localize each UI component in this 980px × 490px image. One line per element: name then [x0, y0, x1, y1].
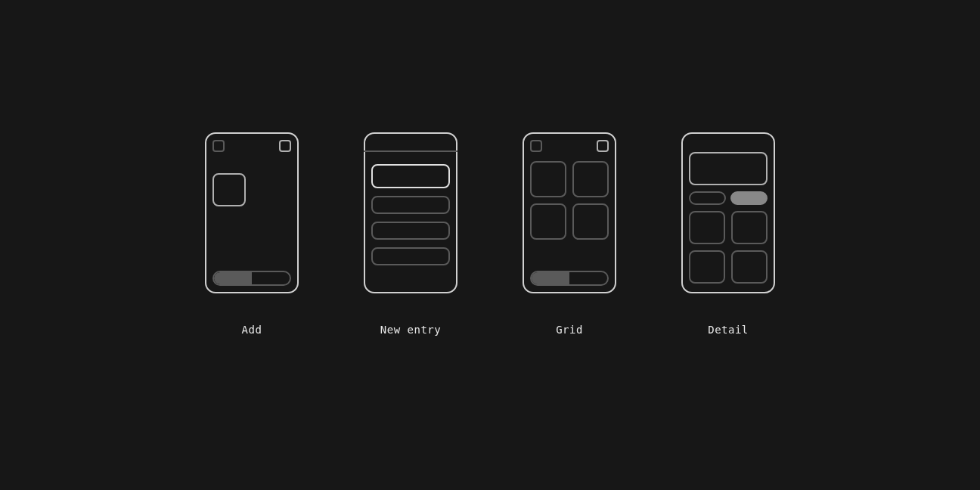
pill-tab [689, 191, 726, 205]
grid-cell [530, 161, 566, 197]
entry-row-active [371, 164, 450, 188]
action-icon [597, 140, 609, 152]
status-indicator-icon [530, 140, 542, 152]
status-indicator-icon [212, 140, 225, 152]
wireframe-item-newentry: New entry [364, 132, 457, 336]
grid-cell [530, 203, 566, 240]
segmented-tab-active [532, 272, 569, 284]
hero-block [689, 152, 768, 185]
wireframe-label: Add [242, 324, 262, 336]
add-content-block [212, 173, 246, 206]
sheet-handle-icon [364, 150, 457, 152]
grid-cell [572, 203, 609, 240]
grid-cell [731, 211, 768, 244]
phone-frame-add [205, 132, 299, 293]
pill-tabs [689, 191, 768, 205]
phone-frame-detail [681, 132, 775, 293]
wireframe-label: Grid [556, 324, 583, 336]
grid-cell [689, 211, 725, 244]
phone-frame-newentry [364, 132, 457, 293]
content-grid [530, 161, 609, 240]
phone-frame-grid [523, 132, 616, 293]
entry-row [371, 247, 450, 265]
segmented-tab-active [214, 272, 252, 284]
action-icon [279, 140, 291, 152]
wireframe-item-grid: Grid [523, 132, 616, 336]
detail-grid [689, 211, 768, 284]
wireframe-label: New entry [380, 324, 441, 336]
grid-cell [572, 161, 609, 197]
pill-tab-active [730, 191, 768, 205]
grid-cell [731, 250, 768, 284]
segmented-tab [530, 271, 609, 286]
wireframe-row: Add New entry [205, 132, 775, 336]
wireframe-item-add: Add [205, 132, 299, 336]
wireframe-label: Detail [708, 324, 749, 336]
segmented-tab [212, 271, 291, 286]
entry-list [371, 164, 450, 265]
entry-row [371, 222, 450, 240]
grid-cell [689, 250, 725, 284]
wireframe-item-detail: Detail [681, 132, 775, 336]
entry-row [371, 196, 450, 214]
